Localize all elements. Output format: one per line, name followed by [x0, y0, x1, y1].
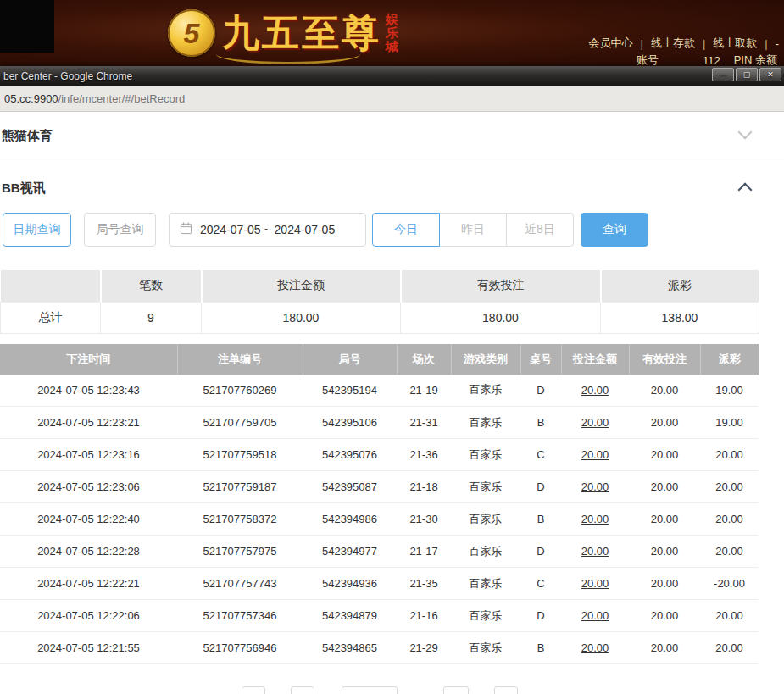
bet-table-header-row: 下注时间 注单编号 局号 场次 游戏类别 桌号 投注金额 有效投注 派彩 [0, 344, 759, 375]
bet-amount-link[interactable]: 20.00 [561, 536, 629, 568]
page-content: 熊猫体育 BB视讯 日期查询 局号查询 2024-07-05 ~ 2024-07… [0, 112, 784, 694]
valid-bet-cell: 20.00 [629, 439, 700, 471]
table-number-cell: B [520, 632, 561, 664]
logo-subtitle-char: 乐 [386, 26, 398, 40]
site-banner: 5 九五至尊 娱 乐 城 会员中心 | 线上存款 | 线上取款 | - 账号 1… [0, 0, 784, 66]
table-number-cell: D [520, 536, 561, 568]
logo-title: 九五至尊 [222, 14, 381, 52]
today-button[interactable]: 今日 [372, 213, 440, 247]
session-cell: 21-17 [397, 536, 451, 568]
order-number-cell: 521707759518 [177, 439, 303, 471]
bet-amount-link[interactable]: 20.00 [561, 439, 629, 471]
table-number-cell: C [520, 568, 561, 600]
round-number-cell: 542394865 [303, 632, 397, 664]
section-bb-video[interactable]: BB视讯 [0, 158, 784, 213]
bet-time-cell: 2024-07-05 12:22:28 [0, 536, 177, 568]
header-payout: 派彩 [700, 344, 759, 375]
logo-subtitle-char: 娱 [386, 13, 398, 26]
url-path: /infe/mcenter/#/betRecord [58, 92, 186, 105]
table-row: 2024-07-05 12:23:16 521707759518 5423950… [0, 439, 759, 471]
order-number-cell: 521707757743 [177, 568, 303, 600]
table-number-cell: D [520, 600, 561, 632]
bet-time-cell: 2024-07-05 12:22:06 [0, 600, 177, 632]
bet-record-table: 下注时间 注单编号 局号 场次 游戏类别 桌号 投注金额 有效投注 派彩 202… [0, 344, 759, 665]
header-bet-amount: 投注金额 [561, 344, 629, 375]
window-titlebar[interactable]: ber Center - Google Chrome — ▢ ✕ [0, 66, 784, 86]
last-8-days-button[interactable]: 近8日 [506, 213, 574, 247]
pagination-jump-input[interactable] [494, 686, 518, 694]
screen: 5 九五至尊 娱 乐 城 会员中心 | 线上存款 | 线上取款 | - 账号 1… [0, 0, 784, 694]
game-type-cell: 百家乐 [451, 375, 520, 407]
game-type-cell: 百家乐 [451, 407, 520, 439]
section-panda-sports[interactable]: 熊猫体育 [0, 112, 784, 158]
bet-amount-link[interactable]: 20.00 [561, 375, 629, 407]
summary-payout-value: 138.00 [601, 302, 759, 333]
order-number-cell: 521707759187 [177, 471, 303, 503]
game-type-cell: 百家乐 [451, 632, 520, 664]
table-number-cell: B [520, 503, 561, 536]
banner-nav: 会员中心 | 线上存款 | 线上取款 | - [588, 36, 779, 51]
bet-amount-link[interactable]: 20.00 [561, 568, 629, 600]
bet-time-cell: 2024-07-05 12:22:40 [0, 503, 177, 536]
summary-header-payout: 派彩 [601, 270, 759, 302]
round-number-cell: 542395076 [303, 439, 397, 471]
game-type-cell: 百家乐 [451, 600, 520, 632]
header-bet-time: 下注时间 [0, 344, 177, 375]
nav-link-deposit[interactable]: 线上存款 [651, 36, 695, 51]
payout-cell: 19.00 [700, 407, 759, 439]
nav-link-member-center[interactable]: 会员中心 [588, 36, 632, 51]
session-cell: 21-31 [397, 407, 451, 439]
date-range-value: 2024-07-05 ~ 2024-07-05 [200, 223, 335, 236]
payout-cell: 20.00 [700, 632, 759, 664]
payout-cell: -20.00 [700, 568, 759, 600]
close-button[interactable]: ✕ [759, 68, 781, 81]
header-round-number: 局号 [303, 344, 397, 375]
bet-amount-link[interactable]: 20.00 [561, 600, 629, 632]
summary-header-count: 笔数 [101, 270, 202, 302]
search-button[interactable]: 查询 [581, 213, 648, 247]
date-query-button[interactable]: 日期查询 [3, 213, 71, 247]
bet-amount-link[interactable]: 20.00 [561, 632, 629, 664]
date-range-picker[interactable]: 2024-07-05 ~ 2024-07-05 [169, 213, 366, 247]
payout-cell: 20.00 [700, 503, 759, 536]
bet-time-cell: 2024-07-05 12:23:21 [0, 407, 177, 439]
bet-amount-link[interactable]: 20.00 [561, 471, 629, 503]
yesterday-button[interactable]: 昨日 [439, 213, 507, 247]
address-bar[interactable]: 05.cc:9900/infe/mcenter/#/betRecord [0, 86, 784, 112]
minimize-button[interactable]: — [712, 68, 734, 81]
window-controls: — ▢ ✕ [712, 68, 781, 81]
summary-amount-value: 180.00 [202, 302, 401, 333]
pagination-page-button[interactable] [291, 686, 314, 694]
nav-separator: | [640, 37, 642, 50]
game-type-cell: 百家乐 [451, 536, 520, 568]
summary-header-amount: 投注金额 [202, 270, 401, 302]
maximize-button[interactable]: ▢ [736, 68, 758, 81]
summary-header-row: 笔数 投注金额 有效投注 派彩 [1, 270, 759, 302]
nav-link-withdraw[interactable]: 线上取款 [713, 36, 757, 51]
table-row: 2024-07-05 12:22:40 521707758372 5423949… [0, 503, 759, 536]
summary-corner-cell [1, 270, 101, 302]
round-number-cell: 542395087 [303, 471, 397, 503]
window-title: ber Center - Google Chrome [3, 70, 132, 82]
header-game-type: 游戏类别 [451, 344, 520, 375]
valid-bet-cell: 20.00 [629, 632, 700, 664]
nav-separator: | [703, 37, 705, 50]
header-valid-bet: 有效投注 [629, 344, 700, 375]
valid-bet-cell: 20.00 [629, 503, 700, 536]
logo-subtitle: 娱 乐 城 [386, 13, 398, 53]
nav-truncated-text: - [776, 37, 779, 50]
logo-subtitle-char: 城 [386, 40, 398, 53]
pagination-next-button[interactable] [443, 686, 469, 694]
round-number-cell: 542394986 [303, 503, 397, 536]
order-number-cell: 521707757975 [177, 536, 303, 568]
bet-amount-link[interactable]: 20.00 [561, 407, 629, 439]
calendar-icon [180, 222, 192, 237]
pagination-size-select[interactable] [342, 686, 398, 694]
quick-range-group: 今日 昨日 近8日 [372, 213, 574, 247]
payout-cell: 20.00 [700, 536, 759, 568]
pagination-prev-button[interactable] [242, 686, 265, 694]
round-number-cell: 542394977 [303, 536, 397, 568]
payout-cell: 20.00 [700, 471, 759, 503]
bet-amount-link[interactable]: 20.00 [561, 503, 629, 536]
round-query-button[interactable]: 局号查询 [84, 213, 156, 247]
